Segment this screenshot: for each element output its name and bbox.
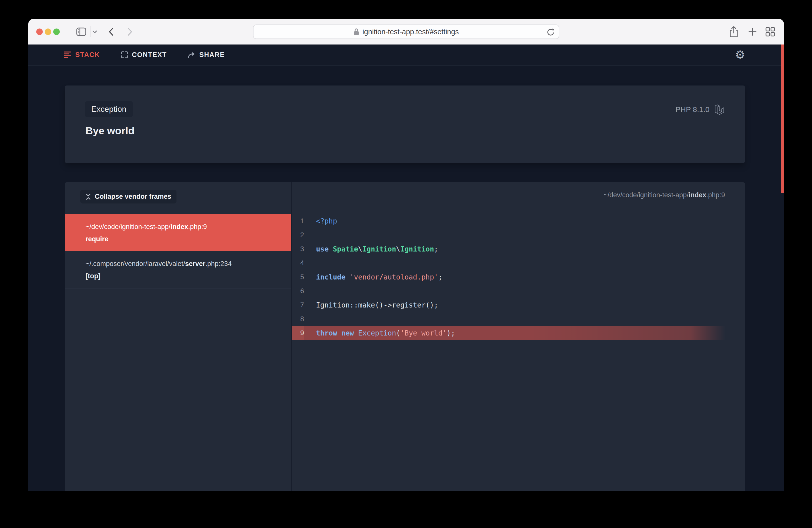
- code-line-3: 3use Spatie\Ignition\Ignition;: [292, 242, 745, 256]
- code-file-path: ~/dev/code/ignition-test-app/index.php:9: [604, 191, 725, 199]
- code-line-text: [304, 228, 316, 242]
- toolbar-divider: [90, 26, 90, 37]
- code-line-6: 6: [292, 284, 745, 298]
- back-button[interactable]: [108, 28, 114, 36]
- code-line-text: Ignition::make()->register();: [304, 298, 438, 312]
- line-number: 3: [292, 242, 304, 256]
- collapse-vendor-frames-button[interactable]: Collapse vendor frames: [80, 190, 176, 204]
- code-path-suffix: .php:9: [706, 191, 725, 199]
- laravel-logo-icon: [714, 104, 725, 115]
- error-scrollbar[interactable]: [781, 44, 784, 193]
- minimize-window-icon[interactable]: [45, 29, 51, 35]
- code-line-1: 1<?php: [292, 214, 745, 228]
- browser-titlebar: ignition-test-app.test/#settings: [28, 19, 784, 44]
- line-number: 1: [292, 214, 304, 228]
- code-line-2: 2: [292, 228, 745, 242]
- stack-frame[interactable]: ~/.composer/vendor/laravel/valet/server.…: [65, 251, 291, 289]
- stack-lines-icon: [64, 51, 71, 58]
- frame-path: ~/dev/code/ignition-test-app/index.php:9: [86, 223, 281, 231]
- reload-icon[interactable]: [547, 28, 555, 37]
- tab-share[interactable]: SHARE: [188, 51, 225, 59]
- gear-icon: ⚙: [735, 48, 745, 61]
- plus-icon: [748, 27, 757, 36]
- php-version-label: PHP 8.1.0: [676, 105, 710, 114]
- code-line-text: [304, 256, 316, 270]
- line-number: 9: [292, 326, 304, 340]
- chevron-right-icon: [127, 28, 133, 36]
- code-lines: 1<?php23use Spatie\Ignition\Ignition;45i…: [292, 214, 745, 340]
- new-tab-button[interactable]: [748, 27, 757, 36]
- stack-frame[interactable]: ~/dev/code/ignition-test-app/index.php:9…: [65, 214, 291, 251]
- code-line-text: [304, 284, 316, 298]
- frame-method: [top]: [86, 273, 281, 280]
- line-number: 7: [292, 298, 304, 312]
- sidebar-toggle-button[interactable]: [76, 28, 86, 36]
- code-line-text: throw new Exception('Bye world');: [304, 326, 455, 340]
- collapse-vendor-frames-label: Collapse vendor frames: [95, 193, 171, 201]
- code-line-7: 7Ignition::make()->register();: [292, 298, 745, 312]
- tab-stack[interactable]: STACK: [64, 51, 100, 59]
- code-line-text: include 'vendor/autoload.php';: [304, 270, 443, 284]
- zoom-window-icon[interactable]: [53, 29, 60, 35]
- code-snippet-panel: ~/dev/code/ignition-test-app/index.php:9…: [292, 182, 745, 491]
- settings-button[interactable]: ⚙: [735, 49, 745, 60]
- line-number: 8: [292, 312, 304, 326]
- frame-method: require: [86, 235, 281, 243]
- exception-message: Bye world: [86, 125, 134, 137]
- stack-trace-card: Collapse vendor frames ~/dev/code/igniti…: [65, 182, 745, 491]
- share-icon: [729, 26, 738, 38]
- collapse-vertical-icon: [86, 193, 91, 200]
- window-controls: [36, 29, 60, 35]
- code-line-9: 9throw new Exception('Bye world');: [292, 326, 725, 340]
- line-number: 4: [292, 256, 304, 270]
- tab-share-label: SHARE: [199, 51, 225, 59]
- sidebar-icon: [76, 28, 86, 36]
- forward-button[interactable]: [127, 28, 133, 36]
- code-line-5: 5include 'vendor/autoload.php';: [292, 270, 745, 284]
- line-number: 6: [292, 284, 304, 298]
- ignition-page: Exception PHP 8.1.0 Bye world: [28, 65, 784, 491]
- ignition-navbar: STACK CONTEXT SHARE ⚙: [28, 44, 784, 65]
- close-window-icon[interactable]: [36, 29, 43, 35]
- share-page-button[interactable]: [729, 26, 738, 38]
- tab-context[interactable]: CONTEXT: [121, 51, 167, 59]
- context-brackets-icon: [121, 51, 128, 58]
- tab-overview-button[interactable]: [765, 27, 775, 36]
- share-arrow-icon: [188, 52, 195, 58]
- grid-icon: [765, 27, 775, 36]
- tab-stack-label: STACK: [75, 51, 100, 59]
- stack-frame-list: ~/dev/code/ignition-test-app/index.php:9…: [65, 214, 291, 289]
- chevron-left-icon: [108, 28, 114, 36]
- code-line-text: [304, 312, 316, 326]
- code-line-8: 8: [292, 312, 745, 326]
- line-number: 5: [292, 270, 304, 284]
- address-bar[interactable]: ignition-test-app.test/#settings: [253, 25, 559, 39]
- code-line-text: <?php: [304, 214, 337, 228]
- exception-card: Exception PHP 8.1.0 Bye world: [65, 86, 745, 163]
- frame-path: ~/.composer/vendor/laravel/valet/server.…: [86, 260, 281, 268]
- code-path-file: index: [688, 191, 706, 199]
- tab-context-label: CONTEXT: [132, 51, 167, 59]
- browser-window: ignition-test-app.test/#settings: [28, 19, 784, 491]
- stack-frames-panel: Collapse vendor frames ~/dev/code/igniti…: [65, 182, 291, 491]
- address-bar-url: ignition-test-app.test/#settings: [362, 28, 459, 36]
- sidebar-menu-chevron[interactable]: [92, 30, 97, 33]
- code-line-text: use Spatie\Ignition\Ignition;: [304, 242, 438, 256]
- exception-type-badge: Exception: [85, 101, 133, 117]
- chevron-down-icon: [92, 30, 97, 33]
- line-number: 2: [292, 228, 304, 242]
- lock-icon: [353, 28, 359, 36]
- runtime-info: PHP 8.1.0: [676, 104, 725, 115]
- code-path-prefix: ~/dev/code/ignition-test-app/: [604, 191, 688, 199]
- code-line-4: 4: [292, 256, 745, 270]
